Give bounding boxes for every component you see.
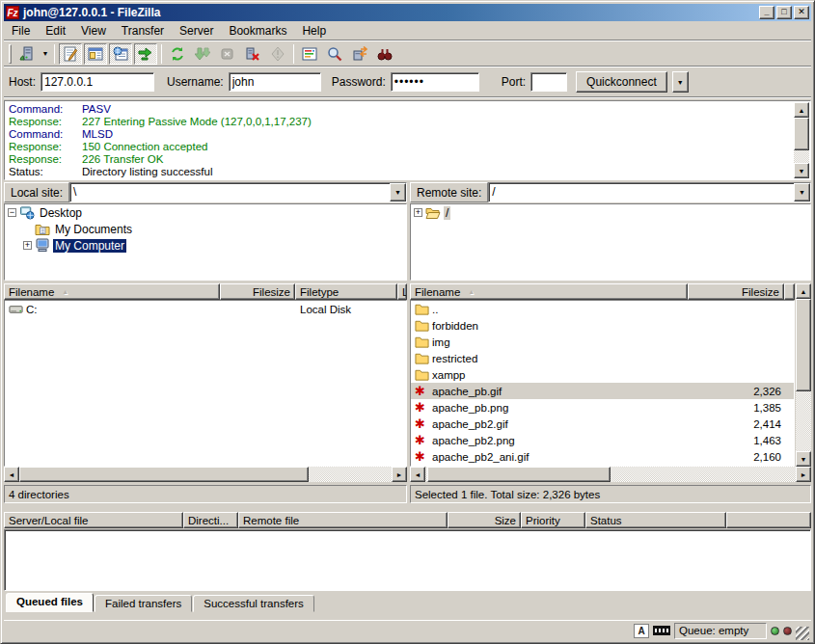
scrollbar-thumb[interactable]	[427, 467, 611, 482]
cancel-icon	[220, 46, 235, 62]
tree-item-label[interactable]: Desktop	[38, 206, 84, 220]
scroll-left-icon[interactable]: ◄	[410, 467, 425, 482]
remote-site-dropdown-button[interactable]: ▼	[794, 183, 810, 201]
minimize-button[interactable]: _	[759, 6, 774, 19]
host-label: Host:	[9, 75, 36, 89]
remote-file-row[interactable]: ✱apache_pb2_ani.gif2,160	[411, 448, 794, 465]
scrollbar-thumb[interactable]	[794, 118, 809, 150]
collapse-expander-icon[interactable]: −	[8, 208, 16, 217]
queue-column-direction[interactable]: Directi...	[183, 512, 238, 528]
remote-file-row[interactable]: restricted	[411, 350, 794, 366]
directory-comparison-button[interactable]	[373, 43, 396, 65]
local-site-dropdown-button[interactable]: ▼	[390, 183, 406, 201]
menu-file[interactable]: File	[4, 22, 38, 40]
site-manager-dropdown-button[interactable]: ▼	[40, 43, 51, 65]
tab-queued-files[interactable]: Queued files	[6, 593, 94, 612]
local-file-row[interactable]: C: Local Disk	[5, 301, 406, 317]
local-site-value[interactable]: \	[70, 183, 390, 201]
find-files-button[interactable]	[323, 43, 346, 65]
menu-transfer[interactable]: Transfer	[114, 22, 172, 40]
menu-view[interactable]: View	[73, 22, 114, 40]
tree-item-root[interactable]: + /	[411, 204, 810, 221]
tree-item-label[interactable]: My Documents	[53, 223, 134, 236]
remote-hscrollbar[interactable]: ◄ ►	[410, 467, 811, 482]
speed-limit-icon[interactable]	[653, 626, 670, 635]
remote-file-row[interactable]: ..	[411, 301, 794, 317]
tree-item-my-documents[interactable]: My Documents	[20, 221, 406, 237]
local-site-label: Local site:	[4, 182, 69, 202]
queue-column-remote-file[interactable]: Remote file	[238, 512, 448, 528]
menu-bookmarks[interactable]: Bookmarks	[221, 22, 294, 40]
toggle-transfer-queue-button[interactable]	[134, 43, 157, 65]
synchronized-browsing-button[interactable]	[348, 43, 371, 65]
tree-item-desktop[interactable]: − Desktop	[5, 204, 406, 221]
scrollbar-thumb[interactable]	[19, 467, 309, 482]
queue-column-server-local-file[interactable]: Server/Local file	[4, 512, 183, 528]
dropdown-icon: ▼	[394, 189, 401, 196]
transfer-type-icon[interactable]: A	[634, 624, 649, 638]
scroll-down-icon[interactable]: ▼	[794, 163, 809, 178]
password-input[interactable]	[391, 72, 479, 92]
scroll-up-icon[interactable]: ▲	[794, 102, 809, 118]
tree-item-label[interactable]: My Computer	[53, 239, 126, 253]
process-queue-button[interactable]	[191, 43, 214, 65]
scrollbar-thumb[interactable]	[796, 299, 811, 391]
toggle-remote-tree-button[interactable]	[109, 43, 132, 65]
scroll-up-icon[interactable]: ▲	[796, 283, 811, 299]
remote-file-row[interactable]: xampp	[411, 366, 794, 383]
close-button[interactable]: ✕	[794, 6, 809, 19]
queue-column-size[interactable]: Size	[448, 512, 521, 528]
quickconnect-dropdown-button[interactable]: ▼	[672, 71, 689, 93]
remote-file-row[interactable]: ✱apache_pb.png1,385	[411, 399, 794, 416]
local-tree: − Desktop My Documents + My Computer	[4, 203, 407, 281]
local-hscrollbar[interactable]: ◄ ►	[4, 467, 407, 482]
remote-column-filesize[interactable]: Filesize	[688, 283, 784, 300]
cancel-button[interactable]	[216, 43, 239, 65]
quickconnect-button[interactable]: Quickconnect	[576, 71, 667, 93]
menu-edit[interactable]: Edit	[38, 22, 73, 40]
scroll-right-icon[interactable]: ►	[796, 467, 811, 482]
toggle-message-log-button[interactable]	[59, 43, 82, 65]
disconnect-button[interactable]	[241, 43, 264, 65]
local-column-filesize[interactable]: Filesize	[220, 283, 295, 300]
local-column-filetype[interactable]: Filetype	[295, 283, 397, 300]
remote-file-row[interactable]: ✱apache_pb2.gif2,414	[411, 416, 794, 432]
local-site-combo[interactable]: \ ▼	[69, 182, 407, 202]
remote-site-value[interactable]: /	[489, 183, 794, 201]
remote-file-row[interactable]: forbidden	[411, 317, 794, 334]
remote-site-combo[interactable]: / ▼	[488, 182, 811, 202]
menu-server[interactable]: Server	[172, 22, 221, 40]
tree-item-label[interactable]: /	[444, 206, 450, 220]
reconnect-button[interactable]	[266, 43, 289, 65]
queue-column-status[interactable]: Status	[585, 512, 726, 528]
toggle-local-tree-button[interactable]	[84, 43, 107, 65]
scroll-left-icon[interactable]: ◄	[4, 467, 19, 482]
resize-grip[interactable]	[796, 627, 809, 640]
expand-expander-icon[interactable]: +	[23, 241, 32, 250]
local-column-clipped[interactable]: L	[397, 283, 407, 300]
site-manager-button[interactable]	[15, 43, 39, 65]
remote-file-row-selected[interactable]: ✱apache_pb.gif2,326	[411, 383, 794, 399]
port-input[interactable]	[530, 72, 567, 92]
tab-successful-transfers[interactable]: Successful transfers	[193, 595, 314, 612]
toolbar-grip[interactable]	[9, 44, 12, 64]
menu-help[interactable]: Help	[294, 22, 334, 40]
local-column-filename[interactable]: Filename▲	[4, 283, 220, 300]
transfer-queue-list[interactable]	[4, 529, 811, 591]
maximize-button[interactable]: □	[776, 6, 792, 19]
tree-item-my-computer[interactable]: + My Computer	[20, 237, 406, 254]
filter-button[interactable]	[298, 43, 321, 65]
log-scrollbar[interactable]: ▲ ▼	[794, 102, 809, 178]
expand-expander-icon[interactable]: +	[414, 208, 422, 217]
remote-column-filename[interactable]: Filename▲	[410, 283, 688, 300]
queue-column-priority[interactable]: Priority	[521, 512, 585, 528]
remote-file-row[interactable]: ✱apache_pb2.png1,463	[411, 432, 794, 448]
remote-vscrollbar[interactable]: ▲ ▼	[796, 283, 811, 467]
remote-file-row[interactable]: img	[411, 334, 794, 350]
host-input[interactable]	[41, 72, 154, 92]
scroll-down-icon[interactable]: ▼	[796, 451, 811, 467]
refresh-button[interactable]	[166, 43, 189, 65]
scroll-right-icon[interactable]: ►	[392, 467, 407, 482]
tab-failed-transfers[interactable]: Failed transfers	[95, 595, 192, 612]
username-input[interactable]	[229, 72, 321, 92]
